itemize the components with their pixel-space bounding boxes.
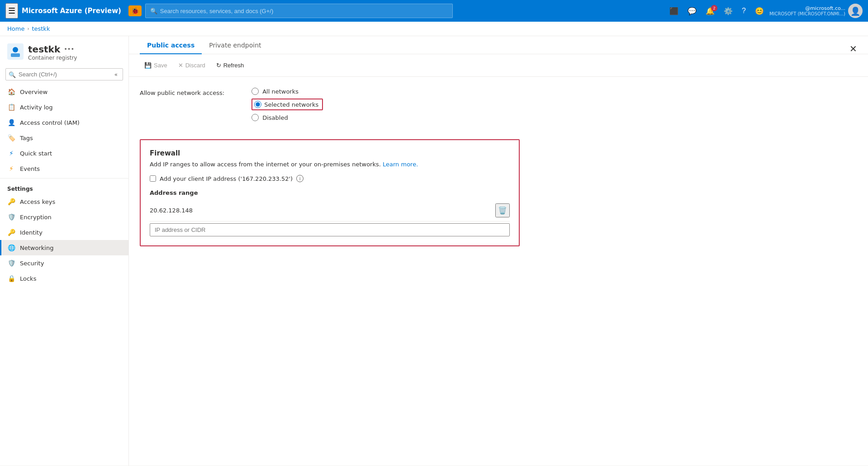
sidebar-search[interactable]: 🔍 « <box>5 68 123 80</box>
client-ip-checkbox[interactable] <box>150 175 156 182</box>
content-area: Public access Private endpoint 💾 Save ✕ … <box>129 36 868 466</box>
firewall-section: Firewall Add IP ranges to allow access f… <box>140 139 520 246</box>
radio-disabled-input[interactable] <box>251 114 259 121</box>
sidebar-item-access-keys[interactable]: 🔑 Access keys <box>0 194 128 209</box>
sidebar-item-security[interactable]: 🛡️ Security <box>0 255 128 271</box>
radio-selected-networks-input[interactable] <box>254 101 261 108</box>
encryption-icon: 🛡️ <box>7 213 15 221</box>
search-bar[interactable]: 🔍 <box>145 4 453 18</box>
iam-icon: 👤 <box>7 119 15 126</box>
locks-icon: 🔒 <box>7 275 15 282</box>
sidebar-item-label: Overview <box>20 89 47 95</box>
collapse-icon[interactable]: « <box>114 71 118 78</box>
sidebar-item-label: Locks <box>20 275 36 282</box>
svg-point-1 <box>13 47 18 52</box>
resource-icon <box>7 43 24 61</box>
activity-log-icon: 📋 <box>7 104 15 111</box>
user-profile[interactable]: @microsoft.co... MICROSOFT (MICROSOFT.ON… <box>769 4 863 18</box>
discard-icon: ✕ <box>178 62 183 69</box>
toolbar: 💾 Save ✕ Discard ↻ Refresh <box>129 54 868 77</box>
sidebar-search-input[interactable] <box>5 68 123 80</box>
sidebar-item-overview[interactable]: 🏠 Overview <box>0 84 128 99</box>
search-input[interactable] <box>160 8 448 14</box>
security-icon: 🛡️ <box>7 259 15 267</box>
sidebar-item-label: Tags <box>20 135 33 141</box>
cloud-shell-icon[interactable]: ⬛ <box>666 4 682 18</box>
delete-address-button[interactable]: 🗑️ <box>495 203 510 217</box>
sidebar-item-activity-log[interactable]: 📋 Activity log <box>0 99 128 115</box>
bug-icon: 🐞 <box>128 5 142 16</box>
sidebar-item-label: Identity <box>20 229 43 236</box>
radio-all-networks[interactable]: All networks <box>251 88 323 95</box>
top-navigation: ☰ Microsoft Azure (Preview) 🐞 🔍 ⬛ 💬 🔔 2 … <box>0 0 868 22</box>
firewall-desc-text: Add IP ranges to allow access from the i… <box>150 161 381 168</box>
identity-icon: 🔑 <box>7 229 15 236</box>
radio-all-networks-label: All networks <box>262 88 299 95</box>
sidebar-item-networking[interactable]: 🌐 Networking <box>0 240 128 255</box>
app-title: Microsoft Azure (Preview) <box>22 7 121 15</box>
more-options-icon[interactable]: ••• <box>64 46 74 52</box>
sidebar-item-events[interactable]: ⚡ Events <box>0 161 128 176</box>
address-value: 20.62.128.148 <box>150 207 492 214</box>
sidebar-item-quickstart[interactable]: ⚡ Quick start <box>0 146 128 161</box>
tags-icon: 🏷️ <box>7 134 15 141</box>
info-icon[interactable]: i <box>296 175 304 182</box>
sidebar-resource-name: testkk <box>28 44 60 55</box>
sidebar-item-tags[interactable]: 🏷️ Tags <box>0 130 128 146</box>
network-access-radio-group: All networks Selected networks Disabled <box>251 88 323 121</box>
user-email: @microsoft.co... <box>769 5 845 11</box>
breadcrumb-home[interactable]: Home <box>7 25 24 32</box>
sidebar-item-iam[interactable]: 👤 Access control (IAM) <box>0 115 128 130</box>
events-icon: ⚡ <box>7 165 15 172</box>
settings-icon[interactable]: ⚙️ <box>720 4 736 18</box>
access-keys-icon: 🔑 <box>7 198 15 205</box>
learn-more-link[interactable]: Learn more. <box>383 161 418 168</box>
sidebar-search-icon: 🔍 <box>9 71 16 78</box>
hamburger-menu[interactable]: ☰ <box>5 3 18 19</box>
tab-public-access[interactable]: Public access <box>140 36 202 54</box>
avatar[interactable]: 👤 <box>848 4 863 18</box>
form-content: Allow public network access: All network… <box>129 77 868 139</box>
sidebar-item-label: Events <box>20 165 40 172</box>
radio-selected-networks[interactable]: Selected networks <box>251 99 323 110</box>
sidebar-item-label: Activity log <box>20 104 53 111</box>
help-icon[interactable]: ? <box>738 4 749 18</box>
tab-private-endpoint[interactable]: Private endpoint <box>202 36 268 54</box>
feedback-icon[interactable]: 💬 <box>684 4 700 18</box>
networking-icon: 🌐 <box>7 244 15 251</box>
quickstart-icon: ⚡ <box>7 150 15 157</box>
save-button[interactable]: 💾 Save <box>140 60 172 71</box>
search-icon: 🔍 <box>150 8 157 14</box>
notification-badge: 2 <box>711 5 717 11</box>
save-icon: 💾 <box>144 62 152 69</box>
sidebar-item-label: Access control (IAM) <box>20 119 80 126</box>
radio-all-networks-input[interactable] <box>251 88 259 95</box>
sidebar-item-encryption[interactable]: 🛡️ Encryption <box>0 209 128 225</box>
ip-address-input[interactable] <box>150 223 510 236</box>
refresh-button[interactable]: ↻ Refresh <box>212 60 249 71</box>
discard-button[interactable]: ✕ Discard <box>174 60 210 71</box>
refresh-icon: ↻ <box>216 62 221 69</box>
radio-disabled[interactable]: Disabled <box>251 114 323 121</box>
selected-networks-box: Selected networks <box>251 99 323 110</box>
overview-icon: 🏠 <box>7 88 15 95</box>
sidebar-item-label: Encryption <box>20 214 52 221</box>
content-inner: Public access Private endpoint 💾 Save ✕ … <box>129 36 868 466</box>
sidebar-item-locks[interactable]: 🔒 Locks <box>0 271 128 286</box>
sidebar-item-label: Quick start <box>20 150 52 157</box>
main-layout: testkk ••• Container registry 🔍 « 🏠 Over… <box>0 36 868 466</box>
sidebar-item-label: Access keys <box>20 198 55 205</box>
feedback2-icon[interactable]: 😊 <box>751 4 768 18</box>
client-ip-checkbox-row: Add your client IP address ('167.220.233… <box>150 175 510 182</box>
client-ip-label: Add your client IP address ('167.220.233… <box>160 175 293 182</box>
breadcrumb: Home › testkk <box>0 22 868 36</box>
sidebar-header: testkk ••• Container registry <box>0 36 128 65</box>
address-row: 20.62.128.148 🗑️ <box>150 200 510 221</box>
firewall-title: Firewall <box>150 149 510 157</box>
close-button[interactable]: ✕ <box>849 43 857 54</box>
breadcrumb-resource[interactable]: testkk <box>32 25 50 32</box>
svg-rect-2 <box>11 53 20 57</box>
sidebar-item-identity[interactable]: 🔑 Identity <box>0 225 128 240</box>
notifications-icon[interactable]: 🔔 2 <box>702 4 718 18</box>
user-tenant: MICROSOFT (MICROSOFT.ONMI...) <box>769 11 845 16</box>
